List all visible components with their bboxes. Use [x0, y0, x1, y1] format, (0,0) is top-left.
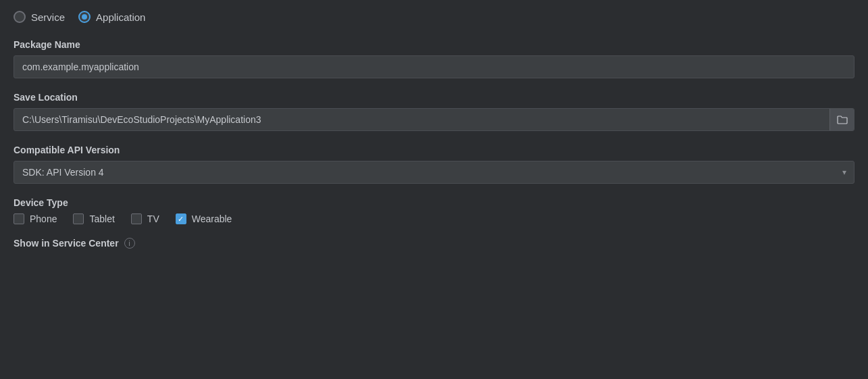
device-type-section: Device Type Phone Tablet TV Wearable	[14, 197, 854, 224]
folder-icon	[837, 114, 848, 125]
api-version-section: Compatible API Version SDK: API Version …	[14, 145, 854, 184]
package-name-label: Package Name	[14, 39, 854, 50]
checkbox-wearable[interactable]: Wearable	[176, 213, 232, 224]
info-icon[interactable]: i	[124, 238, 135, 249]
checkbox-wearable-label: Wearable	[192, 213, 232, 224]
radio-service[interactable]: Service	[14, 11, 65, 23]
checkbox-tablet[interactable]: Tablet	[73, 213, 114, 224]
checkbox-tv-box	[131, 213, 142, 224]
api-version-select-wrapper: SDK: API Version 4 SDK: API Version 3 SD…	[14, 161, 854, 184]
browse-folder-button[interactable]	[829, 109, 854, 130]
radio-application[interactable]: Application	[78, 11, 145, 23]
project-type-radio-group: Service Application	[14, 11, 854, 23]
package-name-section: Package Name	[14, 39, 854, 78]
radio-service-label: Service	[31, 11, 65, 23]
api-version-select[interactable]: SDK: API Version 4 SDK: API Version 3 SD…	[14, 161, 854, 184]
radio-application-circle	[78, 11, 91, 23]
checkbox-phone-box	[14, 213, 24, 224]
show-in-service-label: Show in Service Center	[14, 238, 119, 249]
save-location-input[interactable]	[14, 108, 854, 131]
save-location-wrapper	[14, 108, 854, 131]
save-location-label: Save Location	[14, 92, 854, 103]
show-in-service-section: Show in Service Center i	[14, 238, 854, 249]
checkbox-phone-label: Phone	[30, 213, 57, 224]
package-name-input[interactable]	[14, 55, 854, 78]
checkbox-wearable-box	[176, 213, 186, 224]
checkbox-tablet-label: Tablet	[89, 213, 114, 224]
radio-application-label: Application	[96, 11, 145, 23]
checkbox-tablet-box	[73, 213, 84, 224]
checkbox-phone[interactable]: Phone	[14, 213, 57, 224]
checkbox-tv-label: TV	[147, 213, 159, 224]
save-location-section: Save Location	[14, 92, 854, 131]
api-version-label: Compatible API Version	[14, 145, 854, 155]
checkbox-tv[interactable]: TV	[131, 213, 159, 224]
radio-service-circle	[14, 11, 26, 23]
device-type-checkbox-group: Phone Tablet TV Wearable	[14, 213, 854, 224]
device-type-label: Device Type	[14, 197, 854, 208]
